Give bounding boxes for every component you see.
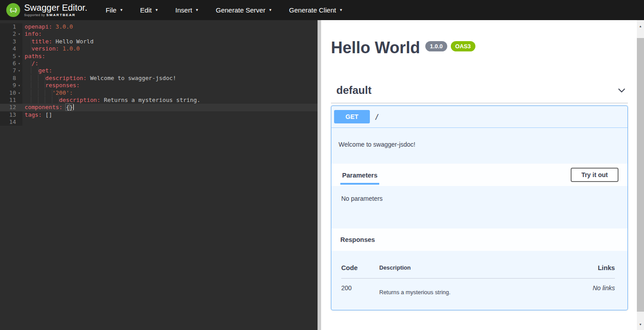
code-text xyxy=(22,118,25,126)
gutter-cell[interactable]: 7▾ xyxy=(0,67,22,74)
smartbear-brand: SMARTBEAR xyxy=(46,13,76,17)
editor-line[interactable]: 13tags: [] xyxy=(0,111,318,118)
menu-generate-server[interactable]: Generate Server ▼ xyxy=(208,0,281,20)
menu-edit[interactable]: Edit ▼ xyxy=(131,0,167,20)
column-code: Code xyxy=(341,264,379,271)
swagger-editor-logo[interactable]: {…} Swagger Editor. Supported bySMARTBEA… xyxy=(6,3,87,17)
line-number: 14 xyxy=(0,118,16,126)
code-text: responses: xyxy=(22,82,80,89)
line-number: 3 xyxy=(0,38,16,45)
gutter-cell[interactable]: 9▾ xyxy=(0,82,22,89)
code-text: version: 1.0.0 xyxy=(22,45,80,52)
scrollbar-thumb[interactable] xyxy=(637,38,644,312)
editor-line[interactable]: 14 xyxy=(0,118,318,126)
menu-insert[interactable]: Insert ▼ xyxy=(167,0,207,20)
line-number: 4 xyxy=(0,45,16,52)
editor-line[interactable]: 8 description: Welcome to swagger-jsdoc! xyxy=(0,75,318,82)
response-row-200: 200 Returns a mysterious string. No link… xyxy=(341,279,615,296)
scroll-down-arrow-icon[interactable]: ▼ xyxy=(637,321,644,328)
code-text: description: Returns a mysterious string… xyxy=(22,97,200,104)
token xyxy=(25,60,31,67)
code-text: title: Hello World xyxy=(22,38,93,45)
column-links: Links xyxy=(598,264,615,271)
editor-line[interactable]: 6▾ /: xyxy=(0,60,318,67)
caret-down-icon: ▼ xyxy=(339,8,343,12)
http-method-badge: GET xyxy=(334,110,370,123)
opblock-summary[interactable]: GET / xyxy=(331,106,627,128)
token: get: xyxy=(38,67,52,74)
token: [] xyxy=(42,111,52,118)
editor-line[interactable]: 10▾ '200': xyxy=(0,89,318,97)
token: info: xyxy=(25,30,42,37)
menu-file[interactable]: File ▼ xyxy=(97,0,131,20)
logo-text: Swagger Editor. Supported bySMARTBEAR xyxy=(24,3,87,17)
code-text: components: {} xyxy=(22,104,74,111)
gutter-cell[interactable]: 3 xyxy=(0,38,22,45)
fold-arrow-icon[interactable]: ▾ xyxy=(16,67,22,74)
fold-arrow-icon[interactable]: ▾ xyxy=(16,89,22,97)
version-badge: 1.0.0 xyxy=(425,41,447,51)
gutter-cell[interactable]: 14 xyxy=(0,118,22,126)
fold-arrow-icon[interactable]: ▾ xyxy=(16,60,22,67)
response-links: No links xyxy=(593,284,615,296)
line-number: 7 xyxy=(0,67,16,74)
api-info: Hello World 1.0.0 OAS3 xyxy=(331,39,628,56)
fold-arrow-icon[interactable]: ▾ xyxy=(16,30,22,38)
code-text: /: xyxy=(22,60,38,67)
editor-line[interactable]: 2▾info: xyxy=(0,30,318,38)
gutter-cell[interactable]: 10▾ xyxy=(0,89,22,97)
token xyxy=(25,67,38,74)
yaml-editor[interactable]: 1openapi: 3.0.02▾info:3 title: Hello Wor… xyxy=(0,20,318,330)
token xyxy=(25,45,31,52)
swagger-logo-icon: {…} xyxy=(6,3,20,17)
gutter-cell[interactable]: 6▾ xyxy=(0,60,22,67)
editor-lines: 1openapi: 3.0.02▾info:3 title: Hello Wor… xyxy=(0,23,318,126)
menu-insert-label: Insert xyxy=(175,6,192,14)
gutter-cell[interactable]: 2▾ xyxy=(0,30,22,38)
preview-scrollbar[interactable]: ▲ ▼ xyxy=(637,20,644,330)
gutter-cell[interactable]: 11 xyxy=(0,97,22,104)
editor-line[interactable]: 12components: {} xyxy=(0,104,318,111)
tag-header-default[interactable]: default xyxy=(331,81,628,99)
tab-parameters[interactable]: Parameters xyxy=(340,165,379,185)
token: tags: xyxy=(25,111,42,118)
responses-header: Responses xyxy=(331,228,627,251)
gutter-cell[interactable]: 1 xyxy=(0,23,22,30)
responses-table-header: Code Description Links xyxy=(341,264,615,271)
editor-line[interactable]: 9▾ responses: xyxy=(0,82,318,89)
fold-spacer xyxy=(16,23,22,30)
gutter-cell[interactable]: 12 xyxy=(0,104,22,111)
editor-line[interactable]: 7▾ get: xyxy=(0,67,318,74)
code-text: description: Welcome to swagger-jsdoc! xyxy=(22,75,176,82)
fold-arrow-icon[interactable]: ▾ xyxy=(16,82,22,89)
code-text: '200': xyxy=(22,89,73,97)
editor-line[interactable]: 5▾paths: xyxy=(0,53,318,60)
pane-splitter[interactable] xyxy=(318,20,321,330)
line-number: 13 xyxy=(0,111,16,118)
scroll-up-arrow-icon[interactable]: ▲ xyxy=(637,23,644,30)
no-parameters-message: No parameters xyxy=(341,195,383,202)
gutter-cell[interactable]: 5▾ xyxy=(0,53,22,60)
try-it-out-button[interactable]: Try it out xyxy=(571,168,619,182)
chevron-down-icon[interactable] xyxy=(617,86,626,95)
editor-line[interactable]: 3 title: Hello World xyxy=(0,38,318,45)
menu-generate-client[interactable]: Generate Client ▼ xyxy=(280,0,351,20)
token xyxy=(25,82,45,89)
menu-generate-client-label: Generate Client xyxy=(289,6,336,14)
editor-line[interactable]: 4 version: 1.0.0 xyxy=(0,45,318,52)
gutter-cell[interactable]: 8 xyxy=(0,75,22,82)
editor-line[interactable]: 11 description: Returns a mysterious str… xyxy=(0,97,318,104)
response-description: Returns a mysterious string. xyxy=(379,289,593,296)
caret-down-icon: ▼ xyxy=(268,8,272,12)
operation-path: / xyxy=(375,113,379,121)
gutter-cell[interactable]: 13 xyxy=(0,111,22,118)
parameters-body: No parameters xyxy=(331,186,627,228)
token: Hello World xyxy=(52,38,93,45)
token: 3.0.0 xyxy=(52,23,73,30)
fold-arrow-icon[interactable]: ▾ xyxy=(16,53,22,60)
tag-section-default: default GET / Welcome to swagger-jsdoc! … xyxy=(331,81,628,310)
token: Returns a mysterious string. xyxy=(101,97,200,103)
gutter-cell[interactable]: 4 xyxy=(0,45,22,52)
editor-line[interactable]: 1openapi: 3.0.0 xyxy=(0,23,318,30)
line-number: 2 xyxy=(0,30,16,38)
